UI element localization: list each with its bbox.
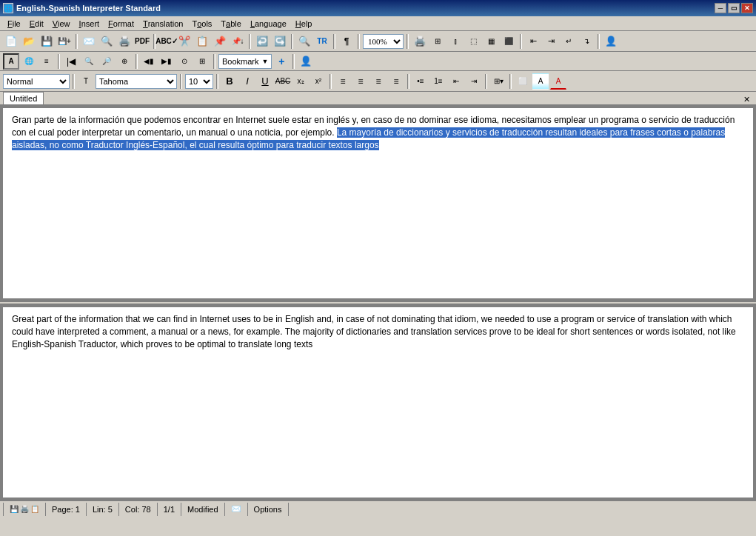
undo-button[interactable]: ↩️ (254, 33, 270, 50)
indent-inc-btn[interactable]: ⇥ (543, 33, 559, 50)
redo-button[interactable]: ↪️ (272, 33, 288, 50)
cut-button[interactable]: ✂️ (176, 33, 193, 50)
bullets-button[interactable]: •≡ (412, 73, 429, 90)
open-button[interactable]: 📂 (21, 33, 37, 50)
titlebar-buttons[interactable]: ─ ▭ ✕ (715, 3, 753, 13)
border-btn[interactable]: ⬛ (501, 33, 517, 50)
new-button[interactable]: 📄 (3, 33, 19, 50)
copy-button[interactable]: 📋 (194, 33, 210, 50)
ltr-btn[interactable]: ↵ (561, 33, 577, 50)
menu-table[interactable]: Table (216, 17, 246, 30)
outdent-button[interactable]: ⇤ (448, 73, 464, 90)
font-color-button[interactable]: A (550, 73, 566, 90)
sep15 (180, 74, 182, 89)
nav-search2[interactable]: 🔎 (98, 53, 115, 70)
sep10 (58, 54, 60, 69)
spellcheck-button[interactable]: ABC✓ (158, 33, 175, 50)
menu-file[interactable]: File (3, 17, 25, 30)
indent-dec-btn[interactable]: ⇤ (525, 33, 541, 50)
nav-first[interactable]: |◀ (63, 53, 79, 70)
sep20 (509, 74, 512, 89)
titlebar-left: 🌐 English-Spanish Interpreter Standard (3, 3, 161, 13)
table2-btn[interactable]: ▦ (483, 33, 499, 50)
find-button[interactable]: 🔍 (296, 33, 312, 50)
nav-index[interactable]: ⊙ (176, 53, 193, 70)
save-as-button[interactable]: 💾+ (56, 33, 73, 50)
window-title: English-Spanish Interpreter Standard (16, 4, 161, 13)
nav-index2[interactable]: ⊞ (194, 53, 210, 70)
nav-prev[interactable]: ◀▮ (141, 53, 157, 70)
sep8 (520, 34, 522, 49)
italic-button[interactable]: I (239, 73, 255, 90)
user-btn[interactable]: 👤 (603, 33, 619, 50)
bg-color-button[interactable]: A (532, 73, 549, 90)
sep16 (216, 74, 218, 89)
align-left-button[interactable]: ≡ (335, 73, 351, 90)
user-icon2[interactable]: 👤 (298, 53, 314, 70)
font-select[interactable]: Tahoma Arial Times New Roman (96, 74, 177, 89)
rtl-btn[interactable]: ↴ (578, 33, 595, 50)
printer2-button[interactable]: 🖨️ (412, 33, 428, 50)
menu-tools[interactable]: Tools (187, 17, 216, 30)
indent-button[interactable]: ⇥ (466, 73, 482, 90)
nav-search1[interactable]: 🔍 (81, 53, 97, 70)
nav-search3[interactable]: ⊕ (116, 53, 133, 70)
size-select[interactable]: 10 8 12 14 (185, 74, 213, 89)
style-select[interactable]: Normal Heading 1 Heading 2 (3, 74, 70, 89)
zoom-select[interactable]: 100% 75% 150% (363, 34, 404, 49)
menu-insert[interactable]: Insert (75, 17, 104, 30)
align-justify-button[interactable]: ≡ (388, 73, 404, 90)
menu-edit[interactable]: Edit (25, 17, 48, 30)
print-preview-button[interactable]: 🔍 (98, 33, 115, 50)
menu-view[interactable]: View (48, 17, 75, 30)
table-btn[interactable]: ⊞ (429, 33, 446, 50)
minimize-button[interactable]: ─ (715, 3, 726, 13)
print-button[interactable]: 🖨️ (116, 33, 133, 50)
email-button[interactable]: ✉️ (81, 33, 97, 50)
bookmark-add[interactable]: + (273, 53, 290, 70)
status-modified: Modified (181, 503, 225, 516)
paste-special-button[interactable]: 📌↓ (230, 33, 246, 50)
view-outline[interactable]: ≡ (39, 53, 55, 70)
document-tab[interactable]: Untitled (3, 92, 44, 104)
close-button[interactable]: ✕ (741, 3, 753, 13)
main-area: Gran parte de la información que podemos… (0, 105, 756, 500)
border-color-button[interactable]: ⬜ (515, 73, 531, 90)
status-options[interactable]: Options (248, 503, 289, 516)
align-right-button[interactable]: ≡ (370, 73, 387, 90)
translate-button[interactable]: TR (314, 33, 330, 50)
lower-doc-content[interactable]: Great part of the information that we ca… (3, 307, 753, 498)
nonprint-button[interactable]: ¶ (338, 33, 355, 50)
menu-format[interactable]: Format (104, 17, 138, 30)
save-button[interactable]: 💾 (39, 33, 55, 50)
status-page: Page: 1 (46, 503, 87, 516)
bookmark-dropdown[interactable]: Bookmark ▼ (218, 54, 272, 69)
menu-help[interactable]: Help (291, 17, 317, 30)
subscript-button[interactable]: x₂ (292, 73, 309, 90)
nav-next[interactable]: ▶▮ (158, 53, 175, 70)
numbering-button[interactable]: 1≡ (430, 73, 446, 90)
sep13 (292, 54, 295, 69)
lower-doc-panel: Great part of the information that we ca… (0, 304, 756, 500)
underline-button[interactable]: U (257, 73, 273, 90)
bold-button[interactable]: B (221, 73, 238, 90)
menu-language[interactable]: Language (246, 17, 291, 30)
sep11 (136, 54, 138, 69)
superscript-button[interactable]: x² (310, 73, 327, 90)
strikethrough-button[interactable]: ABC (275, 73, 291, 90)
restore-button[interactable]: ▭ (728, 3, 740, 13)
table-format-button[interactable]: ⊞▾ (490, 73, 506, 90)
tab-close-button[interactable]: ✕ (740, 95, 753, 104)
align-center-button[interactable]: ≡ (352, 73, 369, 90)
sep1 (76, 34, 78, 49)
view-standard[interactable]: A (3, 53, 19, 70)
upper-doc-content[interactable]: Gran parte de la información que podemos… (3, 108, 753, 298)
pdf-button[interactable]: PDF (134, 33, 150, 50)
tab-area: Untitled ✕ (0, 92, 756, 105)
paste-button[interactable]: 📌 (212, 33, 228, 50)
view-web[interactable]: 🌐 (21, 53, 37, 70)
frame-btn[interactable]: ⬚ (465, 33, 481, 50)
font-icon: T (78, 73, 94, 90)
menu-translation[interactable]: Translation (138, 17, 187, 30)
col-btn[interactable]: ⫿ (447, 33, 464, 50)
